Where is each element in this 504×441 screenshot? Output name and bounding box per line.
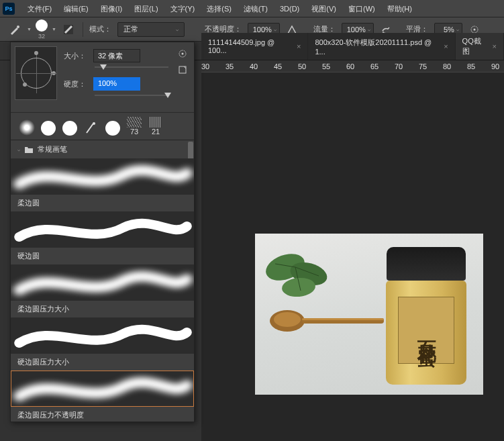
- menu-item[interactable]: 图层(L): [128, 0, 164, 17]
- brush-preset-item[interactable]: 柔边圆: [11, 158, 194, 211]
- brush-tip[interactable]: [39, 117, 58, 136]
- brush-tip[interactable]: [103, 117, 122, 136]
- hardness-slider[interactable]: [95, 95, 168, 96]
- menu-item[interactable]: 图像(I): [95, 0, 128, 17]
- close-icon[interactable]: ×: [493, 42, 497, 50]
- svg-point-14: [182, 53, 184, 55]
- brush-tip-row: 73 21: [11, 112, 194, 140]
- menu-bar: Ps 文件(F)编辑(E)图像(I)图层(L)文字(Y)选择(S)滤镜(T)3D…: [0, 0, 504, 17]
- menu-item[interactable]: 窗口(W): [342, 0, 381, 17]
- brush-settings-icon[interactable]: [60, 21, 77, 38]
- folder-label: 常规画笔: [38, 144, 67, 154]
- brush-tip[interactable]: [60, 117, 79, 136]
- brush-preset-panel: 大小： 32 像素 硬度： 100% 73 21: [10, 42, 195, 422]
- hardness-input[interactable]: 100%: [93, 77, 140, 91]
- brush-list[interactable]: ⌵ 常规画笔 柔边圆硬边圆柔边圆压力大小硬边圆压力大小柔边圆压力不透明度硬边圆压…: [11, 140, 194, 422]
- svg-point-5: [473, 28, 475, 30]
- menu-item[interactable]: 帮助(H): [381, 0, 418, 17]
- spoon-graphic: [268, 301, 389, 341]
- size-input[interactable]: 32 像素: [93, 49, 140, 62]
- horizontal-ruler: 30354045505560657075808590: [201, 60, 504, 72]
- brush-tip[interactable]: [82, 117, 101, 136]
- hardness-label: 硬度：: [64, 79, 88, 89]
- menu-item[interactable]: 文字(Y): [164, 0, 201, 17]
- folder-icon: [24, 146, 34, 154]
- mode-label: 模式：: [89, 24, 111, 34]
- brush-tip[interactable]: 21: [146, 117, 165, 136]
- close-icon[interactable]: ×: [444, 42, 448, 50]
- menu-item[interactable]: 选择(S): [201, 0, 238, 17]
- menu-item[interactable]: 视图(V): [305, 0, 342, 17]
- close-icon[interactable]: ×: [297, 42, 301, 50]
- menu-item[interactable]: 文件(F): [21, 0, 58, 17]
- svg-rect-12: [302, 318, 384, 320]
- brush-preset-item[interactable]: 硬边圆: [11, 211, 194, 264]
- brush-preset-item[interactable]: 硬边圆压力大小: [11, 317, 194, 371]
- chevron-down-icon: ⌵: [17, 147, 20, 152]
- app-logo: Ps: [3, 3, 15, 15]
- canvas[interactable]: 百花蜜: [201, 72, 504, 441]
- brush-preset-item[interactable]: 柔边圆压力不透明度: [11, 371, 194, 422]
- document-tab[interactable]: 800x320-软件模版20201111.psd @ 1...×: [308, 33, 455, 60]
- brush-tip[interactable]: 73: [125, 117, 144, 136]
- menu-item[interactable]: 3D(D): [274, 0, 305, 17]
- blend-mode-select[interactable]: 正常⌵: [117, 22, 185, 37]
- size-label: 大小：: [64, 51, 88, 61]
- svg-point-0: [17, 26, 19, 28]
- chevron-down-icon[interactable]: ▼: [52, 27, 56, 32]
- svg-point-10: [274, 312, 301, 327]
- brush-tip[interactable]: [17, 117, 36, 136]
- brush-angle-preview[interactable]: [15, 46, 57, 100]
- brush-folder[interactable]: ⌵ 常规画笔: [11, 140, 194, 158]
- product-image: 百花蜜: [255, 234, 483, 395]
- document-tab[interactable]: QQ截图×: [456, 33, 504, 60]
- menu-item[interactable]: 编辑(E): [58, 0, 95, 17]
- size-slider[interactable]: [95, 66, 168, 68]
- svg-point-16: [93, 122, 95, 125]
- jar-label-text: 百花蜜: [398, 297, 454, 364]
- menu-item[interactable]: 滤镜(T): [238, 0, 274, 17]
- gear-icon[interactable]: [178, 49, 187, 58]
- chevron-down-icon[interactable]: ▼: [27, 27, 32, 32]
- brush-preset-item[interactable]: 柔边圆压力大小: [11, 264, 194, 317]
- new-preset-icon[interactable]: [178, 65, 187, 75]
- brush-tool-icon[interactable]: [7, 21, 23, 38]
- brush-preset-picker[interactable]: 32: [36, 19, 48, 40]
- jar-graphic: 百花蜜: [383, 247, 470, 381]
- leaf-graphic: [262, 244, 336, 304]
- document-tab[interactable]: 11114144509.jpg @ 100...×: [201, 33, 308, 60]
